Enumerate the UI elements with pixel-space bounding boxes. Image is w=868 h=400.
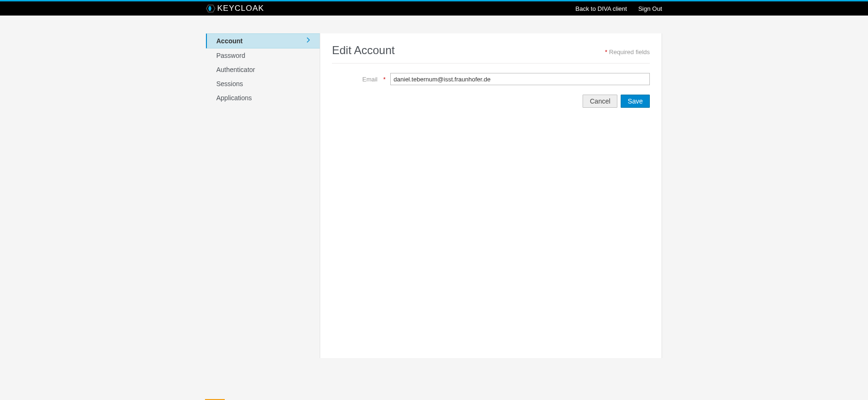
sidebar-item-sessions[interactable]: Sessions [206, 77, 320, 91]
main-content: Edit Account * Required fields Email * C… [320, 33, 662, 358]
email-label: Email [332, 76, 381, 83]
sidebar-item-label: Authenticator [216, 65, 255, 74]
main-container: Account Password Authenticator Sessions … [206, 16, 662, 358]
sidebar-item-account[interactable]: Account [206, 33, 320, 48]
form-row-email: Email * [332, 73, 650, 85]
cancel-button[interactable]: Cancel [583, 95, 617, 108]
brand-logo[interactable]: KEYCLOAK [206, 4, 264, 13]
back-to-client-link[interactable]: Back to DIVA client [576, 5, 627, 12]
asterisk-icon: * [605, 48, 608, 56]
required-asterisk: * [383, 76, 386, 83]
sidebar-item-authenticator[interactable]: Authenticator [206, 63, 320, 77]
sidebar-item-label: Password [216, 51, 245, 60]
save-button[interactable]: Save [621, 95, 650, 108]
sidebar-item-label: Applications [216, 94, 252, 102]
sidebar-item-label: Sessions [216, 80, 243, 88]
page-header: Edit Account * Required fields [332, 44, 650, 64]
signout-link[interactable]: Sign Out [638, 5, 662, 12]
required-fields-note: * Required fields [605, 48, 650, 56]
email-field[interactable] [390, 73, 650, 85]
sidebar-item-applications[interactable]: Applications [206, 91, 320, 105]
form-actions: Cancel Save [332, 95, 650, 108]
chevron-right-icon [307, 37, 310, 45]
svg-marker-1 [208, 6, 212, 11]
keycloak-icon [206, 4, 215, 13]
sidebar-item-password[interactable]: Password [206, 48, 320, 63]
header-bar: KEYCLOAK Back to DIVA client Sign Out [0, 1, 868, 16]
sidebar-nav: Account Password Authenticator Sessions … [206, 33, 320, 358]
brand-text: KEYCLOAK [217, 4, 264, 13]
page-title: Edit Account [332, 44, 395, 57]
sidebar-item-label: Account [216, 37, 243, 45]
